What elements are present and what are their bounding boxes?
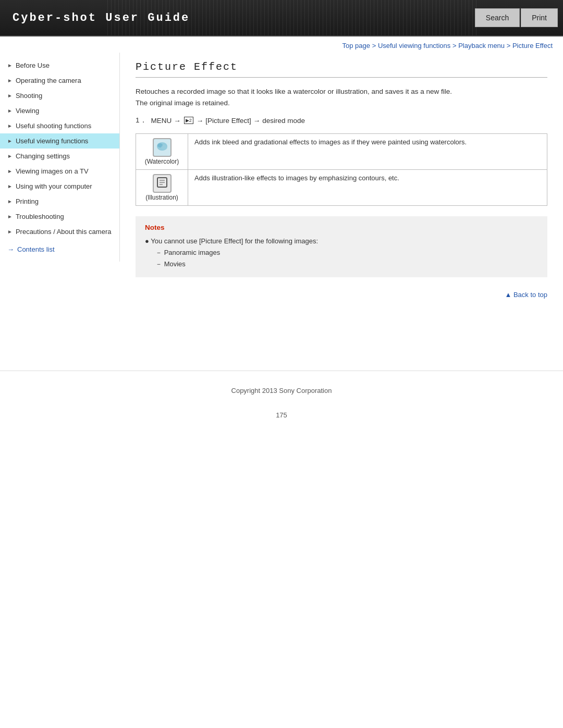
sidebar-item-label: Changing settings (16, 152, 70, 160)
sidebar-item-label: Operating the camera (16, 77, 81, 84)
contents-list-link[interactable]: Contents list (17, 245, 55, 253)
watercolor-label: (Watercolor) (145, 158, 179, 165)
layout: ► Before Use ► Operating the camera ► Sh… (0, 53, 563, 365)
description-line1: Retouches a recorded image so that it lo… (136, 88, 452, 95)
breadcrumb-viewing[interactable]: Useful viewing functions (378, 42, 450, 50)
breadcrumb-sep2: > (452, 42, 458, 50)
header-buttons: Search Print (475, 0, 563, 35)
sidebar: ► Before Use ► Operating the camera ► Sh… (0, 53, 120, 262)
print-button[interactable]: Print (521, 8, 558, 27)
illustration-description: Adds illustration-like effects to images… (188, 170, 547, 206)
page-title: Picture Effect (136, 61, 547, 78)
arrow-icon: ► (7, 78, 13, 83)
step-arrow2: → (197, 117, 204, 125)
sidebar-item-before-use[interactable]: ► Before Use (0, 58, 119, 73)
sidebar-item-troubleshooting[interactable]: ► Troubleshooting (0, 209, 119, 224)
note-subitem-panoramic: Panoramic images (155, 247, 538, 258)
breadcrumb-sep3: > (507, 42, 512, 50)
sidebar-item-shooting[interactable]: ► Shooting (0, 88, 119, 103)
step-arrow3: → (253, 117, 261, 125)
footer: Copyright 2013 Sony Corporation (0, 371, 563, 403)
illustration-label: (Illustration) (145, 194, 178, 201)
step-effect: [Picture Effect] (205, 117, 251, 125)
copyright: Copyright 2013 Sony Corporation (231, 387, 332, 394)
description: Retouches a recorded image so that it lo… (136, 86, 547, 108)
watercolor-icon (153, 138, 172, 157)
table-row: (Illustration) Adds illustration-like ef… (136, 170, 547, 206)
notes-content: You cannot use [Picture Effect] for the … (145, 236, 538, 270)
sidebar-item-label: Printing (16, 198, 39, 205)
main-content: Picture Effect Retouches a recorded imag… (120, 53, 563, 317)
sidebar-item-label: Precautions / About this camera (16, 228, 112, 236)
page-number: 175 (0, 403, 563, 427)
step-arrow1: → (174, 117, 181, 125)
header: Cyber-shot User Guide Search Print (0, 0, 563, 36)
sidebar-item-viewing[interactable]: ► Viewing (0, 103, 119, 118)
arrow-icon: ► (7, 214, 13, 219)
effects-table: (Watercolor) Adds ink bleed and gradatio… (136, 133, 547, 206)
sidebar-item-using-computer[interactable]: ► Using with your computer (0, 179, 119, 194)
breadcrumb-sep1: > (372, 42, 378, 50)
sidebar-item-useful-viewing[interactable]: ► Useful viewing functions (0, 133, 119, 149)
notes-box: Notes You cannot use [Picture Effect] fo… (136, 216, 547, 277)
sidebar-item-viewing-tv[interactable]: ► Viewing images on a TV (0, 164, 119, 179)
arrow-icon: ► (7, 153, 13, 159)
illustration-icon-cell: (Illustration) (136, 170, 188, 206)
sidebar-item-operating[interactable]: ► Operating the camera (0, 73, 119, 88)
breadcrumb-playback[interactable]: Playback menu (458, 42, 505, 50)
description-line2: The original image is retained. (136, 99, 230, 107)
back-to-top: ▲ Back to top (136, 288, 547, 302)
notes-title: Notes (145, 224, 538, 231)
step-instruction: 1． MENU → ▶2 → [Picture Effect] → desire… (136, 116, 547, 125)
sidebar-item-printing[interactable]: ► Printing (0, 194, 119, 209)
breadcrumb: Top page > Useful viewing functions > Pl… (0, 36, 563, 53)
breadcrumb-top[interactable]: Top page (342, 42, 371, 50)
note-item: You cannot use [Picture Effect] for the … (145, 236, 538, 270)
sidebar-item-precautions[interactable]: ► Precautions / About this camera (0, 224, 119, 239)
back-to-top-link[interactable]: ▲ Back to top (505, 291, 547, 299)
step-mode: desired mode (262, 117, 305, 125)
svg-point-2 (161, 145, 167, 150)
watercolor-icon-cell: (Watercolor) (136, 134, 188, 170)
arrow-icon: ► (7, 63, 13, 68)
arrow-icon: ► (7, 199, 13, 204)
step-number: 1． (136, 116, 147, 125)
note-text: You cannot use [Picture Effect] for the … (151, 237, 318, 245)
arrow-icon: ► (7, 108, 13, 114)
arrow-icon: ► (7, 183, 13, 189)
sidebar-item-label: Viewing images on a TV (16, 167, 89, 175)
sidebar-item-label: Useful viewing functions (16, 137, 88, 145)
arrow-icon: ► (7, 138, 13, 144)
arrow-icon: ► (7, 168, 13, 174)
sidebar-item-changing-settings[interactable]: ► Changing settings (0, 149, 119, 164)
illustration-icon (153, 174, 172, 193)
arrow-icon: ► (7, 93, 13, 98)
note-subitem-movies: Movies (155, 258, 538, 270)
playback-icon: ▶2 (184, 117, 193, 124)
sidebar-item-label: Using with your computer (16, 182, 92, 190)
sidebar-item-label: Useful shooting functions (16, 122, 91, 130)
sidebar-item-label: Troubleshooting (16, 213, 64, 220)
sidebar-item-label: Before Use (16, 61, 50, 69)
sidebar-item-useful-shooting[interactable]: ► Useful shooting functions (0, 118, 119, 133)
arrow-icon: ► (7, 123, 13, 129)
table-row: (Watercolor) Adds ink bleed and gradatio… (136, 134, 547, 170)
contents-arrow-icon: → (7, 245, 14, 253)
sidebar-item-label: Viewing (16, 107, 39, 115)
search-button[interactable]: Search (475, 8, 520, 27)
breadcrumb-current[interactable]: Picture Effect (512, 42, 553, 50)
step-menu: MENU (151, 117, 172, 125)
app-title: Cyber-shot User Guide (0, 0, 202, 35)
sidebar-item-label: Shooting (16, 92, 42, 100)
arrow-icon: ► (7, 229, 13, 235)
watercolor-description: Adds ink bleed and gradational effects t… (188, 134, 547, 170)
sidebar-footer: → Contents list (0, 239, 119, 256)
